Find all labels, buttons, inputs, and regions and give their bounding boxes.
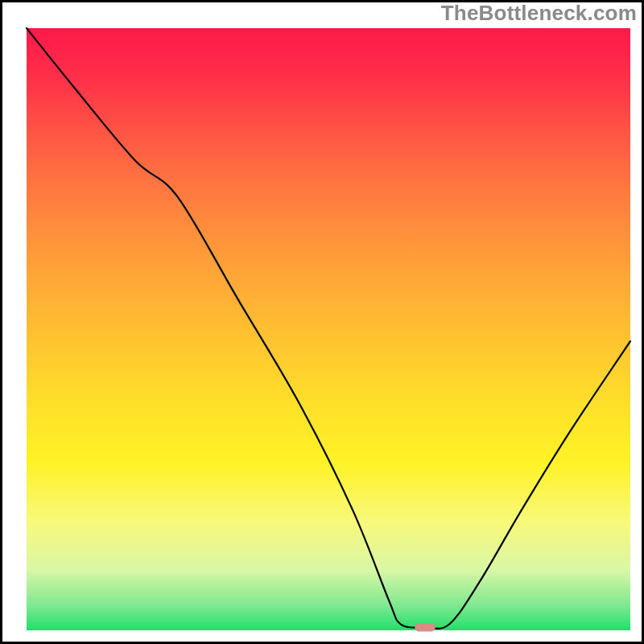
optimal-point-marker <box>415 623 436 631</box>
curve-path <box>27 28 630 629</box>
bottleneck-curve <box>27 28 630 630</box>
watermark-text: TheBottleneck.com <box>441 1 637 26</box>
plot-area <box>27 28 630 630</box>
chart-frame: TheBottleneck.com <box>0 0 644 644</box>
